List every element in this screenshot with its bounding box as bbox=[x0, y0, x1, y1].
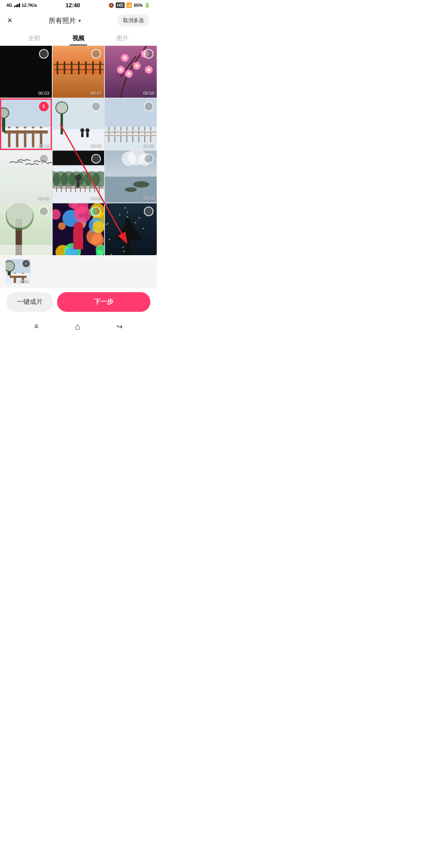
tab-video[interactable]: 视频 bbox=[56, 31, 100, 45]
media-grid: 00:03 00:07 00:50 1 00:14 00:03 00:30 00… bbox=[0, 46, 157, 255]
status-right: 🔕 HD 📶 55% 🔋 bbox=[108, 2, 150, 8]
network-label: 4G bbox=[6, 3, 12, 8]
media-cell-3[interactable]: 00:50 bbox=[105, 46, 157, 98]
selected-thumb-1[interactable]: × 00:14 bbox=[6, 259, 31, 284]
wifi-icon: 📶 bbox=[126, 2, 132, 8]
time-display: 12:40 bbox=[66, 2, 80, 8]
selection-circle-6[interactable] bbox=[144, 102, 154, 111]
media-cell-4[interactable]: 1 00:14 bbox=[0, 98, 52, 150]
media-cell-1[interactable]: 00:03 bbox=[0, 46, 52, 98]
bottom-bar: 一键成片 下一步 bbox=[0, 288, 157, 317]
thumb-duration-1: 00:14 bbox=[20, 279, 29, 283]
duration-7: 00:03 bbox=[38, 196, 49, 201]
media-cell-11[interactable] bbox=[53, 203, 104, 255]
selection-circle-3[interactable] bbox=[144, 49, 154, 59]
nav-title[interactable]: 所有照片 ▾ bbox=[49, 16, 81, 25]
media-cell-12[interactable] bbox=[105, 203, 157, 255]
selection-circle-5[interactable] bbox=[91, 102, 101, 111]
duration-8: 00:06 bbox=[91, 196, 102, 201]
duration-3: 00:50 bbox=[143, 91, 154, 96]
battery-icon: 🔋 bbox=[144, 2, 150, 8]
media-cell-8[interactable]: 00:06 bbox=[53, 151, 104, 203]
selected-strip: × 00:14 bbox=[0, 255, 157, 288]
media-cell-7[interactable]: 00:03 bbox=[0, 151, 52, 203]
duration-5: 00:03 bbox=[91, 143, 102, 148]
status-bar: 4G 12.7K/s 12:40 🔕 HD 📶 55% 🔋 bbox=[0, 0, 157, 10]
album-title: 所有照片 bbox=[49, 16, 76, 25]
chevron-down-icon: ▾ bbox=[78, 18, 81, 24]
selection-circle-10[interactable] bbox=[39, 207, 49, 216]
media-cell-9[interactable]: 00:10 bbox=[105, 151, 157, 203]
next-step-button[interactable]: 下一步 bbox=[57, 292, 150, 312]
remove-selected-button[interactable]: × bbox=[23, 260, 30, 267]
tab-all[interactable]: 全部 bbox=[12, 31, 56, 45]
tabs-bar: 全部 视频 图片 bbox=[0, 31, 157, 46]
duration-1: 00:03 bbox=[38, 91, 49, 96]
quick-edit-button[interactable]: 一键成片 bbox=[6, 292, 53, 312]
tab-photo[interactable]: 图片 bbox=[100, 31, 145, 45]
multi-select-button[interactable]: 取消多选 bbox=[117, 14, 149, 27]
signal-bars bbox=[14, 3, 20, 7]
duration-9: 00:10 bbox=[143, 196, 154, 201]
speed-label: 12.7K/s bbox=[22, 3, 37, 8]
top-nav: × 所有照片 ▾ 取消多选 bbox=[0, 10, 157, 31]
media-cell-6[interactable]: 00:30 bbox=[105, 98, 157, 150]
duration-6: 00:30 bbox=[143, 143, 154, 148]
battery-label: 55% bbox=[134, 3, 143, 8]
system-nav-bar: ≡ ⌂ ↩ bbox=[0, 317, 157, 339]
media-cell-10[interactable] bbox=[0, 203, 52, 255]
selection-circle-12[interactable] bbox=[144, 207, 154, 216]
duration-4: 00:14 bbox=[38, 143, 49, 148]
duration-2: 00:07 bbox=[91, 91, 102, 96]
media-cell-5[interactable]: 00:03 bbox=[53, 98, 104, 150]
menu-button[interactable]: ≡ bbox=[34, 322, 39, 331]
close-button[interactable]: × bbox=[7, 16, 12, 25]
alarm-icon: 🔕 bbox=[108, 3, 114, 8]
status-left: 4G 12.7K/s bbox=[6, 3, 37, 8]
media-cell-2[interactable]: 00:07 bbox=[53, 46, 104, 98]
hd-label: HD bbox=[116, 2, 125, 8]
selection-circle-4[interactable]: 1 bbox=[39, 102, 49, 111]
selection-circle-7[interactable] bbox=[39, 154, 49, 164]
home-button[interactable]: ⌂ bbox=[75, 321, 80, 332]
back-button[interactable]: ↩ bbox=[117, 322, 123, 331]
selection-circle-1[interactable] bbox=[39, 49, 49, 59]
